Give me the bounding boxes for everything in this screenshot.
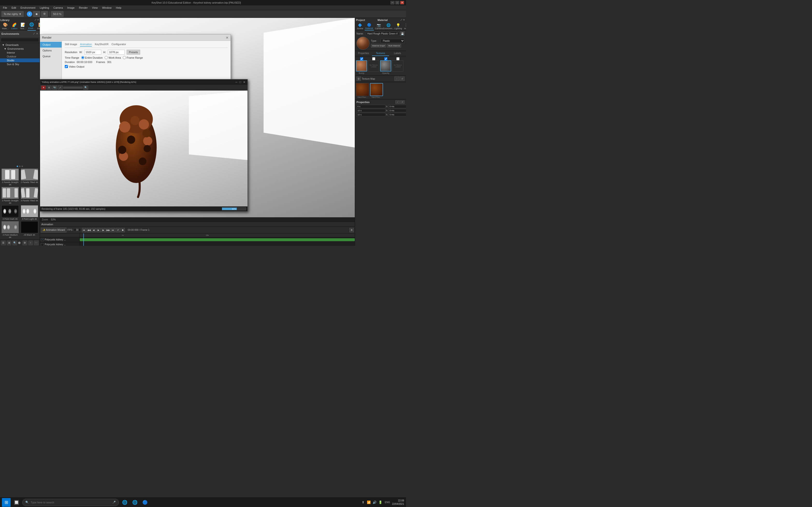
- more-btn[interactable]: ⋯: [34, 240, 39, 245]
- screenshot-btn[interactable]: 📷: [52, 86, 57, 90]
- sub-tab-textures[interactable]: Textures: [372, 51, 389, 56]
- delete-texture-btn[interactable]: 🗑: [356, 76, 361, 81]
- properties-expand-btn[interactable]: ⤢: [395, 101, 400, 104]
- texture-thumb-3[interactable]: [380, 60, 391, 71]
- texture-thumb-no-texture-2[interactable]: No Texture Loaded: [392, 60, 403, 71]
- properties-reset-btn[interactable]: ↺: [400, 101, 405, 104]
- prop-ms-input-1b[interactable]: [389, 105, 406, 108]
- texture-thumb-1[interactable]: [356, 60, 367, 71]
- render-progress-slider[interactable]: [63, 87, 83, 89]
- presets-button[interactable]: Presets: [126, 50, 140, 55]
- zoom-field[interactable]: 50.0 %: [51, 11, 63, 17]
- nav-label-btn[interactable]: To the righty ▼: [1, 11, 24, 17]
- progress-maximize-btn[interactable]: □: [238, 80, 242, 84]
- env-expand-icon[interactable]: ⤢: [33, 32, 35, 35]
- frame-range-radio[interactable]: Frame Range: [123, 56, 143, 59]
- menu-environment[interactable]: Environment: [18, 6, 38, 10]
- material-type-dropdown[interactable]: Plastic Metal Glass: [380, 39, 405, 43]
- animation-timeline[interactable]: 1s 15s: [80, 233, 355, 246]
- prop-ms-input-2b[interactable]: [389, 109, 406, 112]
- right-panel-close-icon[interactable]: ✕: [403, 18, 405, 21]
- progress-minimize-btn[interactable]: ─: [235, 80, 238, 84]
- thumb-3-panels-tilted[interactable]: 3 Panels Tilted 4K: [20, 187, 39, 204]
- library-search-input[interactable]: [1, 38, 39, 42]
- menu-file[interactable]: File: [1, 6, 9, 10]
- texture-checkbox-3[interactable]: [384, 57, 388, 60]
- render-tab-configurator[interactable]: Configurator: [111, 43, 126, 47]
- progress-close-btn[interactable]: ✕: [242, 80, 246, 84]
- thumb-3-panels-straight[interactable]: 3 Panels Straight 4K: [1, 187, 19, 204]
- render-sidebar-options[interactable]: Options: [40, 48, 62, 53]
- thumb-dot-3[interactable]: [21, 166, 23, 167]
- entire-duration-radio[interactable]: Entire Duration: [81, 56, 103, 59]
- render-dialog-close-btn[interactable]: ✕: [226, 36, 229, 40]
- list-view-btn[interactable]: ☰: [1, 240, 6, 245]
- animation-wizard-btn[interactable]: ✨ Animation Wizard: [41, 228, 66, 232]
- render-tab-keyshotxr[interactable]: KeyShotXR: [95, 43, 108, 47]
- play-btn[interactable]: ▶: [96, 228, 101, 232]
- tree-item-studio[interactable]: Studio: [0, 58, 40, 62]
- texture-rotate-btn[interactable]: ↺: [400, 76, 405, 81]
- loop-btn[interactable]: ↺: [116, 228, 120, 232]
- resolution-height-input[interactable]: [108, 50, 125, 55]
- menu-lighting[interactable]: Lighting: [38, 6, 51, 10]
- zoom-render-btn[interactable]: 🔍: [83, 86, 88, 90]
- menu-window[interactable]: Window: [100, 6, 113, 10]
- right-tab-material[interactable]: 🔵 Material: [365, 22, 374, 31]
- menu-image[interactable]: Image: [65, 6, 77, 10]
- render-sidebar-queue[interactable]: Queue: [40, 53, 62, 59]
- thumb-2-panels-tilted[interactable]: 2 Panels Tilted 4K: [20, 169, 39, 186]
- panel-close-icon[interactable]: ✕: [37, 18, 39, 21]
- grid-view-btn[interactable]: ⊞: [7, 240, 12, 245]
- pause-render-btn[interactable]: ⏸: [47, 86, 51, 90]
- circle-btn[interactable]: [18, 242, 20, 244]
- multi-material-btn[interactable]: Multi-Material: [387, 44, 401, 48]
- thumb-3-point-medium[interactable]: 3 Point Medium 4K: [1, 221, 19, 238]
- track-checkbox-1[interactable]: ✓: [41, 238, 44, 241]
- record-anim-btn[interactable]: ⏺: [120, 228, 125, 232]
- right-tab-image[interactable]: 🖼 Image: [403, 23, 406, 30]
- tree-item-interior[interactable]: Interior: [0, 51, 40, 55]
- env-close-icon[interactable]: ✕: [36, 32, 38, 35]
- prop-time-input-1a[interactable]: [356, 105, 386, 108]
- material-graph-btn[interactable]: Material Graph: [371, 44, 386, 48]
- goto-end-btn[interactable]: ⏭: [111, 228, 115, 232]
- texture-checkbox-2[interactable]: [372, 57, 375, 60]
- step-back-btn[interactable]: ◀◀: [87, 228, 91, 232]
- tab-colors[interactable]: 🌈 Colors: [10, 22, 18, 31]
- right-panel-expand-icon[interactable]: ⤢: [400, 18, 402, 21]
- tree-item-outdoor[interactable]: Outdoor: [0, 55, 40, 58]
- prop-time-input-2a[interactable]: [356, 109, 386, 112]
- step-fwd-btn[interactable]: ▶▶: [106, 228, 110, 232]
- texture-thumb-no-texture-1[interactable]: No Texture Loaded: [368, 60, 379, 71]
- menu-view[interactable]: View: [90, 6, 100, 10]
- texture-checkbox-4[interactable]: [396, 57, 400, 60]
- tree-item-downloads[interactable]: ▼ Downloads: [0, 43, 40, 47]
- tab-environments[interactable]: 🌐 Envir...: [27, 21, 36, 31]
- tree-item-environments[interactable]: ▼ Environments: [0, 47, 40, 51]
- video-output-checkbox[interactable]: [65, 65, 68, 68]
- menu-edit[interactable]: Edit: [10, 6, 18, 10]
- texture-move-up-btn[interactable]: ↑: [394, 76, 399, 81]
- panel-expand-icon[interactable]: ⤢: [34, 18, 37, 21]
- thumb-all-black[interactable]: All Black 4K: [20, 221, 39, 238]
- fps-input[interactable]: [74, 228, 81, 231]
- material-name-input[interactable]: [366, 32, 399, 36]
- texture-checkbox-1[interactable]: [360, 57, 363, 60]
- viewport[interactable]: Render ✕ Output Options Queue Still Imag…: [40, 18, 355, 217]
- right-tab-lighting[interactable]: 💡 Lighting: [394, 23, 403, 30]
- thumb-3-point-light[interactable]: 3 Point Light 4K: [20, 205, 39, 220]
- filter-btn[interactable]: ⚙: [22, 240, 27, 245]
- step-one-fwd-btn[interactable]: ▶: [101, 228, 106, 232]
- work-area-radio[interactable]: Work Area: [105, 56, 121, 59]
- render-tab-still[interactable]: Still Image: [65, 43, 77, 47]
- tree-item-sunsky[interactable]: Sun & Sky: [0, 62, 40, 66]
- menu-camera[interactable]: Camera: [51, 6, 65, 10]
- goto-start-btn[interactable]: ⏮: [82, 228, 86, 232]
- sub-tab-labels[interactable]: Labels: [389, 51, 406, 56]
- render-sidebar-output[interactable]: Output: [40, 42, 62, 48]
- track-checkbox-2[interactable]: [41, 243, 44, 246]
- sub-tab-properties[interactable]: Properties: [355, 51, 372, 56]
- settings-button[interactable]: ⚙: [41, 11, 48, 17]
- anim-settings-btn[interactable]: ⚙: [349, 228, 354, 232]
